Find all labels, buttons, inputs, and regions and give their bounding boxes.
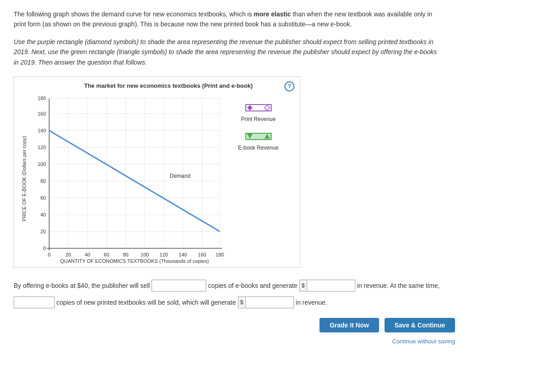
question-text-2: copies of e-books and generate (208, 279, 297, 293)
ebook-revenue-input-wrapper: $ (299, 280, 355, 291)
x-axis-label: QUANTITY OF ECONOMICS TEXTBOOKS (Thousan… (49, 258, 220, 264)
svg-text:120: 120 (160, 252, 168, 257)
print-revenue-input[interactable] (246, 298, 294, 307)
svg-text:100: 100 (141, 252, 149, 257)
ebook-revenue-icon (245, 131, 272, 143)
question-text-4: copies of new printed textbooks will be … (56, 296, 236, 310)
demand-label: Demand (170, 173, 190, 179)
y-axis-label: PRICE OF E-BOOK (Dollars per copy) (21, 136, 27, 221)
save-continue-button[interactable]: Save & Continue (385, 318, 455, 332)
button-group: Grade It Now Save & Continue (319, 318, 455, 332)
intro-bold: more elastic (254, 10, 291, 18)
svg-text:100: 100 (38, 161, 46, 167)
print-revenue-legend: Print Revenue (238, 103, 279, 122)
svg-text:80: 80 (123, 252, 128, 257)
diamond-left-icon (247, 105, 253, 111)
answer-section: By offering e-books at $40, the publishe… (14, 279, 460, 310)
ebook-revenue-label: E-book Revenue (238, 145, 279, 151)
svg-text:140: 140 (179, 252, 187, 257)
chart-area: PRICE OF E-BOOK (Dollars per copy) (21, 94, 293, 264)
print-copies-input[interactable] (14, 297, 55, 308)
answer-row-2: copies of new printed textbooks will be … (14, 296, 460, 310)
legend-area: Print Revenue E-book Revenue (238, 94, 279, 160)
diamond-right-icon (264, 105, 270, 111)
print-revenue-label: Print Revenue (241, 116, 276, 122)
svg-text:120: 120 (38, 145, 46, 150)
help-icon[interactable]: ? (284, 81, 294, 91)
print-revenue-input-wrapper: $ (238, 297, 294, 308)
dollar-sign-2: $ (238, 297, 246, 308)
instructions-text: Use the purple rectangle (diamond symbol… (14, 37, 441, 67)
svg-text:20: 20 (66, 252, 71, 257)
chart-inner: 0 20 40 60 80 100 120 140 160 180 0 20 4… (29, 94, 224, 264)
svg-text:40: 40 (85, 252, 90, 257)
svg-text:0: 0 (48, 252, 51, 257)
question-text-3: in revenue. At the same time, (357, 279, 440, 293)
graph-container: ? The market for new economics textbooks… (14, 76, 300, 268)
ebook-copies-input[interactable] (152, 280, 206, 291)
ebook-revenue-legend: E-book Revenue (238, 131, 279, 151)
dollar-sign-1: $ (300, 280, 307, 291)
button-row: Grade It Now Save & Continue Continue wi… (14, 318, 460, 345)
svg-text:40: 40 (41, 212, 46, 217)
svg-text:160: 160 (198, 252, 206, 257)
intro-text-before: The following graph shows the demand cur… (14, 10, 254, 18)
continue-without-saving-link[interactable]: Continue without saving (392, 338, 455, 345)
svg-text:20: 20 (41, 229, 46, 234)
answer-row-1: By offering e-books at $40, the publishe… (14, 279, 460, 293)
print-revenue-icon (245, 103, 272, 114)
svg-text:60: 60 (104, 252, 109, 257)
svg-text:0: 0 (43, 246, 46, 251)
question-text-1: By offering e-books at $40, the publishe… (14, 279, 150, 293)
svg-text:180: 180 (216, 252, 224, 257)
ebook-revenue-input[interactable] (307, 281, 355, 290)
intro-paragraph: The following graph shows the demand cur… (14, 9, 441, 30)
graph-title: The market for new economics textbooks (… (44, 82, 293, 89)
svg-text:80: 80 (41, 178, 46, 184)
demand-chart: 0 20 40 60 80 100 120 140 160 180 0 20 4… (29, 94, 224, 262)
question-text-5: in revenue. (296, 296, 327, 310)
svg-text:160: 160 (38, 111, 46, 116)
svg-text:140: 140 (38, 128, 46, 133)
grade-button[interactable]: Grade It Now (319, 318, 379, 332)
svg-text:60: 60 (41, 195, 46, 201)
svg-text:180: 180 (38, 95, 46, 101)
